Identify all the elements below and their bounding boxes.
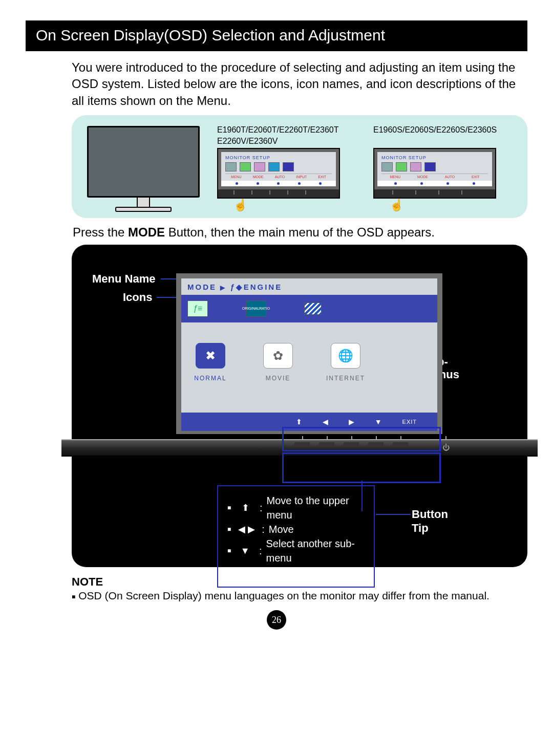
osd-tab-row: ƒ≡ ORIGINALRATIO [181,295,437,322]
page: On Screen Display(OSD) Selection and Adj… [0,0,553,645]
mini-btn-menu-s: MENU [390,175,400,179]
mini-btn-auto-s: AUTO [445,175,455,179]
press-mode-instruction: Press the MODE Button, then the main men… [26,218,527,245]
label-button-tip: Button Tip [412,508,448,535]
model-label-t2: E2260V/E2360V [217,137,356,146]
label-menu-name: Menu Name [92,272,155,286]
submenu-movie[interactable]: ✿ MOVIE [255,343,301,382]
mini-btn-menu: MENU [231,175,242,179]
tip-exit: Exit [269,565,286,579]
mini-osd-t: MONITOR SETUP MENU MODE AUTO INPUT EXIT [217,148,340,199]
submenu-internet-label: INTERNET [323,375,369,382]
monitor-illustration [87,126,200,212]
mini-btn-exit-s: EXIT [472,175,480,179]
osd-submenus: ✖ NORMAL ✿ MOVIE 🌐 INTERNET [181,322,437,413]
internet-icon: 🌐 [331,343,360,369]
osd-nav-left-icon[interactable]: ◀ [323,418,328,426]
submenu-normal[interactable]: ✖ NORMAL [187,343,233,382]
mini-btn-exit: EXIT [318,175,326,179]
tab-fengine-icon[interactable]: ƒ≡ [187,300,208,317]
mini-btn-mode-s: MODE [417,175,428,179]
label-icons: Icons [123,291,152,304]
tip-down: Select another sub-menu [266,536,367,565]
model-column-t: E1960T/E2060T/E2260T/E2360T E2260V/E2360… [217,125,356,212]
main-osd-panel: Menu Name Icons Sub- menus MODE ▶ ƒ◆ENGI… [72,245,527,567]
osd-nav-down-icon[interactable]: ▼ [375,418,382,426]
osd-exit-label[interactable]: EXIT [402,419,417,425]
osd-nav-right-icon[interactable]: ▶ [349,418,354,426]
mini-btn-input: INPUT [296,175,307,179]
submenu-movie-label: MOVIE [255,375,301,382]
normal-icon: ✖ [196,343,225,369]
page-title: On Screen Display(OSD) Selection and Adj… [26,20,527,52]
osd-window: MODE ▶ ƒ◆ENGINE ƒ≡ ORIGINALRATIO ✖ NORMA… [176,273,442,434]
osd-nav-up-icon[interactable]: ⬆ [296,418,302,426]
button-tips-box: ■⬆: Move to the upper menu ■◀ ▶: Move ■▼… [217,485,375,588]
mini-osd-header-s: MONITOR SETUP [381,155,488,160]
mini-osd-header: MONITOR SETUP [225,155,332,160]
model-label-s1: E1960S/E2060S/E2260S/E2360S [373,125,512,135]
model-column-s: E1960S/E2060S/E2260S/E2360S . MONITOR SE… [373,125,512,212]
highlight-osd-bar [282,427,441,451]
model-label-t1: E1960T/E2060T/E2260T/E2360T [217,125,356,135]
down-arrow-icon: ▼ [235,545,255,557]
submenu-normal-label: NORMAL [187,375,233,382]
osd-title: MODE ▶ ƒ◆ENGINE [181,278,437,295]
tab-ratio-icon[interactable]: ORIGINALRATIO [246,300,266,317]
mini-osd-s: MONITOR SETUP MENU MODE AUTO EXIT [373,148,496,199]
pointing-hand-icon: ☝ [373,199,512,212]
exit-tip-label: EXIT [235,567,258,578]
tab-photo-icon[interactable] [304,303,322,315]
submenu-internet[interactable]: 🌐 INTERNET [323,343,369,382]
movie-icon: ✿ [263,343,293,369]
page-number: 26 [267,610,286,630]
tip-move: Move [269,522,294,536]
pointing-hand-icon: ☝ [217,199,356,212]
power-icon[interactable]: ⏻ [442,443,450,451]
models-panel: E1960T/E2060T/E2260T/E2360T E2260V/E2360… [72,115,527,218]
mini-btn-auto: AUTO [275,175,285,179]
left-right-arrow-icon: ◀ ▶ [235,523,258,536]
highlight-phys-bar [282,452,441,483]
note-text: OSD (On Screen Display) menu languages o… [78,590,490,604]
up-arrow-icon: ⬆ [235,502,256,514]
mini-btn-mode: MODE [253,175,264,179]
intro-text: You were introduced to the procedure of … [26,52,527,115]
tip-up: Move to the upper menu [266,493,367,522]
